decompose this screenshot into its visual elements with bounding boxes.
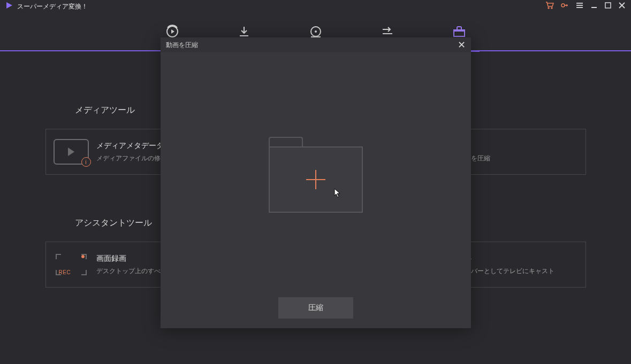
app-logo bbox=[5, 2, 13, 11]
cart-icon[interactable] bbox=[545, 1, 554, 12]
modal-close-icon[interactable]: ✕ bbox=[458, 40, 466, 50]
svg-rect-8 bbox=[605, 3, 611, 8]
svg-marker-0 bbox=[6, 2, 12, 9]
svg-point-14 bbox=[315, 30, 317, 33]
menu-icon[interactable] bbox=[575, 1, 584, 12]
title-bar: スーパーメディア変換！ bbox=[0, 0, 631, 13]
info-badge-icon: i bbox=[81, 157, 91, 167]
compress-video-modal: 動画を圧縮 ✕ 圧縮 bbox=[161, 37, 471, 328]
screen-record-icon: REC bbox=[54, 252, 89, 277]
plus-icon bbox=[306, 170, 325, 189]
modal-title: 動画を圧縮 bbox=[166, 41, 198, 50]
folder-tab-icon bbox=[269, 137, 303, 146]
maximize-icon[interactable] bbox=[604, 2, 612, 11]
close-icon[interactable] bbox=[618, 2, 626, 11]
rec-label: REC bbox=[59, 269, 71, 275]
svg-marker-12 bbox=[171, 29, 174, 34]
modal-header: 動画を圧縮 ✕ bbox=[161, 37, 471, 52]
key-icon[interactable] bbox=[560, 1, 569, 12]
minimize-icon[interactable] bbox=[590, 2, 598, 11]
svg-point-3 bbox=[561, 4, 565, 7]
compress-button[interactable]: 圧縮 bbox=[278, 297, 353, 319]
svg-point-1 bbox=[548, 7, 549, 9]
play-info-icon: i bbox=[54, 139, 89, 165]
folder-body-icon bbox=[269, 146, 363, 213]
svg-point-2 bbox=[551, 7, 552, 9]
app-title: スーパーメディア変換！ bbox=[17, 2, 88, 11]
add-file-dropzone[interactable] bbox=[269, 137, 363, 213]
